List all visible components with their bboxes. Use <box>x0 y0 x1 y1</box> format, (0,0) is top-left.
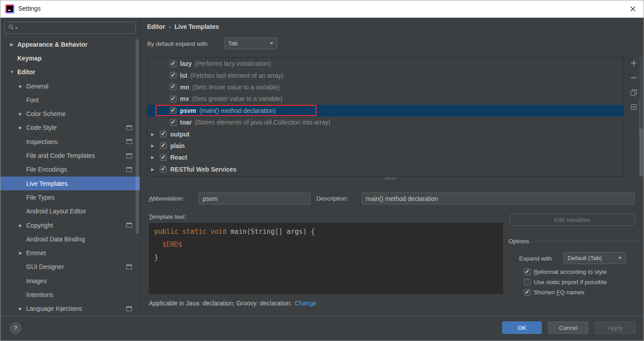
checkbox[interactable] <box>170 72 176 79</box>
checkbox[interactable] <box>160 166 167 173</box>
template-row-lazy[interactable]: lazy(Performs lazy initialization) <box>148 58 624 69</box>
option-label: Shorten FQ names <box>534 289 584 296</box>
chevron-right-icon[interactable]: ▶ <box>19 223 26 228</box>
add-icon[interactable] <box>629 59 639 68</box>
sidebar-item-font[interactable]: Font <box>0 93 140 107</box>
sidebar-item-inspections[interactable]: Inspections <box>0 135 140 148</box>
options-title: Options <box>508 238 529 245</box>
checkbox[interactable] <box>160 131 167 137</box>
restore-defaults-icon[interactable] <box>629 103 639 112</box>
search-history-chevron-icon[interactable] <box>15 27 18 29</box>
change-link[interactable]: Change <box>295 300 316 307</box>
sidebar-item-label: Android Layout Editor <box>26 208 86 215</box>
template-group-output[interactable]: ▶output <box>148 128 624 140</box>
checkbox[interactable] <box>160 154 167 161</box>
sidebar-item-appearance-behavior[interactable]: ▶Appearance & Behavior <box>0 37 140 51</box>
checkbox[interactable] <box>170 84 176 90</box>
sidebar-item-android-data-binding[interactable]: Android Data Binding <box>0 232 140 246</box>
expand-with-label: Expand with <box>519 255 552 262</box>
sidebar-item-general[interactable]: ▶General <box>0 79 140 93</box>
sidebar-item-gui-designer[interactable]: GUI Designer <box>0 260 140 274</box>
option-reformat-according-to-style[interactable]: Reformat according to style <box>524 267 607 276</box>
sidebar-item-intentions[interactable]: Intentions <box>0 288 140 301</box>
abbreviation-field[interactable] <box>199 193 311 205</box>
sidebar-item-live-templates[interactable]: Live Templates <box>0 177 140 190</box>
sidebar-item-code-style[interactable]: ▶Code Style <box>0 121 140 135</box>
checkbox[interactable] <box>170 60 176 67</box>
close-icon[interactable] <box>627 3 639 15</box>
template-row-toar[interactable]: toar(Stores elements of java.util.Collec… <box>148 116 624 128</box>
chevron-right-icon[interactable]: ▶ <box>151 155 160 160</box>
breadcrumb: Editor › Live Templates <box>147 23 219 30</box>
sidebar-item-file-types[interactable]: File Types <box>0 190 140 204</box>
shared-scope-icon <box>126 265 132 269</box>
template-row-lst[interactable]: lst(Fetches last element of an array) <box>148 69 624 81</box>
template-text-editor[interactable]: public static void main(String[] args) {… <box>149 223 503 294</box>
chevron-right-icon[interactable]: ▶ <box>151 132 160 136</box>
option-shorten-fq-names[interactable]: Shorten FQ names <box>524 288 584 297</box>
checkbox[interactable] <box>170 107 176 114</box>
template-row-mn[interactable]: mn(Sets lesser value to a variable) <box>148 81 624 93</box>
resize-grip[interactable] <box>385 177 396 180</box>
template-description: (Fetches last element of an array) <box>190 72 283 79</box>
sidebar-item-file-and-code-templates[interactable]: File and Code Templates <box>0 148 140 162</box>
remove-icon[interactable] <box>629 73 639 82</box>
expand-with-dropdown[interactable]: Default (Tab) <box>564 252 626 264</box>
chevron-right-icon[interactable]: ▶ <box>19 125 26 130</box>
sidebar-item-copyright[interactable]: ▶Copyright <box>0 218 140 232</box>
template-list-toolbar <box>628 59 640 112</box>
sidebar-item-keymap[interactable]: Keymap <box>0 51 140 65</box>
checkbox[interactable] <box>160 142 167 149</box>
chevron-right-icon[interactable]: ▶ <box>19 84 26 88</box>
sidebar-item-emmet[interactable]: ▶Emmet <box>0 246 140 260</box>
sidebar-item-label: Color Scheme <box>26 110 66 117</box>
checkbox[interactable] <box>170 119 176 126</box>
breadcrumb-live-templates: Live Templates <box>174 23 219 30</box>
expand-default-dropdown[interactable]: Tab <box>224 37 277 49</box>
ok-button[interactable]: OK <box>502 321 542 334</box>
template-group-plain[interactable]: ▶plain <box>148 140 624 152</box>
sidebar-item-language-injections[interactable]: ▶Language Injections <box>0 302 140 316</box>
checkbox[interactable] <box>170 96 176 102</box>
settings-search-input[interactable] <box>4 22 136 34</box>
cancel-button[interactable]: Cancel <box>548 321 588 334</box>
help-button[interactable]: ? <box>10 322 21 334</box>
options-group-header: Options <box>508 238 643 245</box>
apply-button[interactable]: Apply <box>595 321 636 334</box>
chevron-right-icon[interactable]: ▶ <box>151 167 160 172</box>
chevron-right-icon[interactable]: ▶ <box>151 144 160 148</box>
template-group-react[interactable]: ▶React <box>148 152 624 163</box>
page-scrollbar-thumb[interactable] <box>640 128 643 177</box>
sidebar-item-images[interactable]: Images <box>0 274 140 288</box>
options-separator-line <box>533 241 643 241</box>
template-group-restful-web-services[interactable]: ▶RESTful Web Services <box>148 164 624 175</box>
sidebar-item-editor[interactable]: ▼Editor <box>0 65 140 79</box>
sidebar-item-label: File Types <box>26 194 55 201</box>
checkbox[interactable] <box>524 289 531 296</box>
description-field[interactable] <box>362 193 635 205</box>
chevron-right-icon[interactable]: ▶ <box>10 42 17 47</box>
chevron-right-icon[interactable]: ▶ <box>19 112 26 116</box>
duplicate-icon[interactable] <box>629 88 639 97</box>
page-scrollbar[interactable] <box>640 57 643 177</box>
shared-scope-icon <box>126 167 132 172</box>
edit-variables-button[interactable]: Edit variables <box>510 214 635 226</box>
sidebar-scrollbar[interactable] <box>136 39 139 234</box>
chevron-down-icon <box>270 42 273 44</box>
option-use-static-import-if-possible[interactable]: Use static import if possible <box>524 277 607 286</box>
template-row-mx[interactable]: mx(Sets greater value to a variable) <box>148 93 624 104</box>
breadcrumb-editor[interactable]: Editor <box>147 23 165 30</box>
checkbox[interactable] <box>524 279 531 285</box>
option-label: Reformat according to style <box>534 269 607 275</box>
sidebar-item-file-encodings[interactable]: File Encodings <box>0 163 140 177</box>
intellij-logo-icon <box>5 4 14 13</box>
chevron-right-icon[interactable]: ▶ <box>19 251 26 255</box>
sidebar-item-label: File Encodings <box>26 166 67 173</box>
chevron-down-icon[interactable]: ▼ <box>10 70 17 74</box>
sidebar-item-android-layout-editor[interactable]: Android Layout Editor <box>0 205 140 218</box>
sidebar-item-color-scheme[interactable]: ▶Color Scheme <box>0 107 140 120</box>
checkbox[interactable] <box>524 269 531 275</box>
chevron-right-icon[interactable]: ▶ <box>19 306 26 311</box>
template-row-psvm[interactable]: psvm(main() method declaration) <box>148 105 624 116</box>
shared-scope-icon <box>126 139 132 144</box>
